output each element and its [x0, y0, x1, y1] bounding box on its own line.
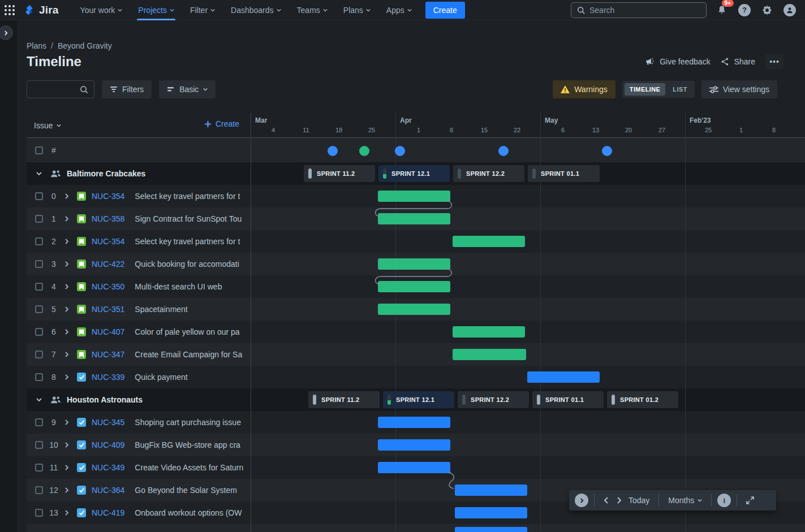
issue-key-link[interactable]: NUC-347	[92, 350, 124, 359]
issue-key-link[interactable]: NUC-354	[92, 237, 124, 246]
more-actions-button[interactable]: •••	[765, 54, 784, 69]
gantt-bar[interactable]	[378, 439, 450, 451]
global-search[interactable]	[571, 2, 707, 18]
collapse-toolbar-button[interactable]	[575, 494, 588, 507]
nav-item-teams[interactable]: Teams	[290, 0, 334, 20]
release-marker[interactable]	[395, 146, 405, 156]
issue-key-link[interactable]: NUC-419	[92, 508, 124, 517]
issue-key-link[interactable]: NUC-349	[92, 463, 124, 472]
nav-item-apps[interactable]: Apps	[380, 0, 419, 20]
issue-key-link[interactable]: NUC-358	[92, 214, 124, 223]
expand-issue-chevron[interactable]	[61, 487, 72, 493]
issue-key-link[interactable]: NUC-364	[92, 486, 124, 495]
app-switcher-icon[interactable]	[0, 0, 19, 20]
scroll-left-button[interactable]	[600, 495, 613, 506]
range-months-dropdown[interactable]: Months	[665, 494, 705, 507]
create-button[interactable]: Create	[425, 2, 465, 19]
gantt-bar[interactable]	[378, 462, 450, 473]
issue-key-link[interactable]: NUC-407	[92, 327, 124, 336]
issue-column-dropdown[interactable]: Issue	[34, 121, 61, 130]
row-checkbox[interactable]	[35, 283, 43, 291]
panel-divider[interactable]	[251, 113, 251, 532]
expand-issue-chevron[interactable]	[61, 239, 72, 244]
help-icon[interactable]: ?	[737, 3, 752, 18]
jira-logo[interactable]: Jira	[24, 4, 59, 16]
row-checkbox[interactable]	[35, 509, 43, 517]
row-checkbox[interactable]	[35, 464, 43, 472]
notifications-icon[interactable]: 9+	[714, 3, 729, 18]
nav-item-filter[interactable]: Filter	[183, 0, 222, 20]
plan-search-field[interactable]	[27, 80, 94, 98]
row-checkbox[interactable]	[35, 486, 43, 494]
sprint-chip[interactable]: SPRINT 11.2	[304, 165, 375, 182]
release-marker[interactable]	[328, 146, 338, 156]
row-checkbox[interactable]	[35, 260, 43, 268]
nav-item-your-work[interactable]: Your work	[74, 0, 130, 20]
row-checkbox[interactable]	[35, 441, 43, 449]
nav-item-plans[interactable]: Plans	[337, 0, 377, 20]
collapse-group-chevron[interactable]	[33, 171, 45, 176]
gantt-bar[interactable]	[378, 213, 450, 224]
expand-issue-chevron[interactable]	[61, 442, 72, 448]
settings-gear-icon[interactable]	[760, 3, 774, 18]
color-by-basic-button[interactable]: Basic	[159, 80, 216, 98]
expand-issue-chevron[interactable]	[61, 374, 72, 380]
gantt-bar[interactable]	[527, 371, 600, 383]
nav-item-projects[interactable]: Projects	[131, 0, 181, 20]
gantt-bar[interactable]	[455, 485, 527, 496]
gantt-bar[interactable]	[378, 281, 450, 292]
global-search-input[interactable]	[589, 6, 700, 15]
sprint-chip[interactable]: SPRINT 11.2	[308, 391, 380, 408]
expand-issue-chevron[interactable]	[61, 329, 72, 335]
issue-key-link[interactable]: NUC-351	[92, 305, 124, 314]
release-marker[interactable]	[602, 146, 612, 156]
warnings-button[interactable]: Warnings	[553, 80, 615, 98]
expand-issue-chevron[interactable]	[61, 193, 72, 199]
row-checkbox[interactable]	[35, 373, 43, 381]
gantt-bar[interactable]	[453, 349, 526, 360]
issue-key-link[interactable]: NUC-354	[92, 192, 124, 201]
gantt-bar[interactable]	[378, 191, 450, 202]
gantt-bar[interactable]	[455, 527, 527, 532]
gantt-bar[interactable]	[378, 258, 450, 270]
row-checkbox[interactable]	[35, 146, 43, 154]
sprint-chip[interactable]: SPRINT 12.1	[378, 165, 450, 182]
row-checkbox[interactable]	[35, 418, 43, 426]
gantt-bar[interactable]	[453, 326, 525, 338]
tab-timeline[interactable]: TIMELINE	[625, 83, 666, 96]
tab-list[interactable]: LIST	[668, 83, 692, 96]
collapse-group-chevron[interactable]	[33, 397, 45, 402]
today-button[interactable]: Today	[625, 494, 653, 507]
sprint-chip[interactable]: SPRINT 12.1	[383, 391, 454, 408]
filters-button[interactable]: Filters	[102, 80, 152, 98]
gantt-bar[interactable]	[455, 507, 527, 518]
expand-issue-chevron[interactable]	[61, 216, 72, 222]
expand-issue-chevron[interactable]	[61, 306, 72, 312]
user-avatar[interactable]	[782, 3, 797, 18]
scroll-right-button[interactable]	[613, 495, 625, 506]
expand-issue-chevron[interactable]	[61, 261, 72, 267]
row-checkbox[interactable]	[35, 351, 43, 358]
expand-issue-chevron[interactable]	[61, 419, 72, 425]
nav-item-dashboards[interactable]: Dashboards	[224, 0, 288, 20]
row-checkbox[interactable]	[35, 215, 43, 223]
breadcrumb-plan-name[interactable]: Beyond Gravity	[58, 41, 112, 50]
grid-create-button[interactable]: Create	[204, 119, 239, 128]
fullscreen-button[interactable]	[743, 494, 757, 507]
row-checkbox[interactable]	[35, 192, 43, 200]
gantt-bar[interactable]	[378, 304, 450, 315]
issue-key-link[interactable]: NUC-339	[92, 373, 124, 382]
row-checkbox[interactable]	[35, 305, 43, 313]
expand-issue-chevron[interactable]	[61, 284, 72, 289]
sprint-chip[interactable]: SPRINT 12.2	[458, 391, 529, 408]
expand-issue-chevron[interactable]	[61, 465, 72, 470]
issue-key-link[interactable]: NUC-422	[92, 259, 124, 269]
sprint-chip[interactable]: SPRINT 12.2	[453, 165, 524, 182]
release-marker[interactable]	[498, 146, 509, 156]
sprint-chip[interactable]: SPRINT 01.2	[607, 391, 678, 408]
gantt-bar[interactable]	[378, 417, 450, 428]
breadcrumb-plans[interactable]: Plans	[27, 41, 46, 50]
row-checkbox[interactable]	[35, 237, 43, 245]
release-marker[interactable]	[359, 146, 369, 156]
row-checkbox[interactable]	[35, 328, 43, 336]
